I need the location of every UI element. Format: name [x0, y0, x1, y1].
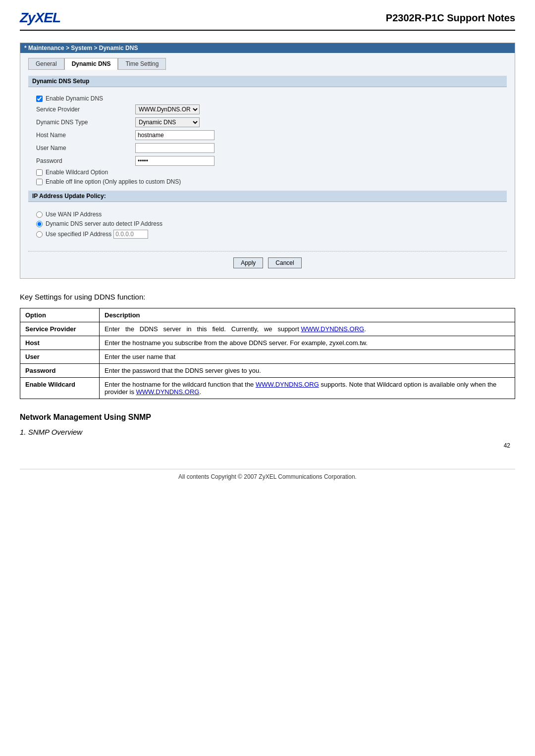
dns-type-label: Dynamic DNS Type [36, 119, 135, 126]
specified-ip-label: Use specified IP Address [46, 231, 111, 238]
tab-time-setting[interactable]: Time Setting [118, 58, 166, 70]
dns-type-row: Dynamic DNS Type Dynamic DNS [36, 117, 499, 127]
host-name-label: Host Name [36, 132, 135, 139]
col-option-header: Option [20, 308, 100, 322]
tab-general[interactable]: General [28, 58, 64, 70]
service-provider-row: Service Provider WWW.DynDNS.ORG [36, 104, 499, 114]
table-row: User Enter the user name that [20, 350, 515, 364]
option-service-provider: Service Provider [20, 322, 100, 336]
enable-dynamic-dns-checkbox[interactable] [36, 96, 43, 102]
button-row: Apply Cancel [28, 251, 507, 270]
table-row: Host Enter the hostname you subscribe fr… [20, 336, 515, 350]
specified-ip-radio[interactable] [36, 231, 43, 238]
tab-bar: General Dynamic DNS Time Setting [28, 58, 507, 70]
service-provider-label: Service Provider [36, 106, 135, 113]
specified-ip-input[interactable] [113, 230, 148, 239]
ui-panel: * Maintenance > System > Dynamic DNS Gen… [20, 43, 515, 279]
enable-dynamic-dns-row: Enable Dynamic DNS [36, 95, 499, 102]
key-settings-text: Key Settings for using DDNS function: [20, 293, 515, 301]
enable-dynamic-dns-label: Enable Dynamic DNS [46, 95, 103, 102]
password-row: Password [36, 156, 499, 166]
specified-ip-row: Use specified IP Address [36, 230, 499, 239]
dyndns-link-1[interactable]: WWW.DYNDNS.ORG [301, 325, 364, 333]
auto-detect-label: Dynamic DNS server auto detect IP Addres… [46, 220, 162, 227]
desc-user: Enter the user name that [100, 350, 515, 364]
option-wildcard: Enable Wildcard [20, 378, 100, 399]
tab-dynamic-dns[interactable]: Dynamic DNS [64, 58, 118, 70]
auto-detect-row: Dynamic DNS server auto detect IP Addres… [36, 220, 499, 227]
dynamic-dns-section-header: Dynamic DNS Setup [28, 76, 507, 87]
network-management-heading: Network Management Using SNMP [20, 413, 515, 422]
table-row: Service Provider Enter the DDNS server i… [20, 322, 515, 336]
service-provider-select[interactable]: WWW.DynDNS.ORG [135, 104, 200, 114]
option-password: Password [20, 364, 100, 378]
col-description-header: Description [100, 308, 515, 322]
dns-type-select[interactable]: Dynamic DNS [135, 117, 200, 127]
offline-checkbox[interactable] [36, 179, 43, 185]
user-name-input[interactable] [135, 143, 214, 153]
offline-row: Enable off line option (Only applies to … [36, 178, 499, 185]
snmp-overview-heading: 1. SNMP Overview [20, 428, 515, 436]
wildcard-row: Enable Wildcard Option [36, 169, 499, 176]
wildcard-label: Enable Wildcard Option [46, 169, 108, 176]
apply-button[interactable]: Apply [233, 257, 263, 268]
option-host: Host [20, 336, 100, 350]
ip-section: Use WAN IP Address Dynamic DNS server au… [28, 207, 507, 245]
host-name-input[interactable] [135, 130, 214, 140]
password-input[interactable] [135, 156, 214, 166]
zyxel-logo: ZyXEL [20, 10, 60, 26]
page-number: 42 [20, 442, 515, 449]
document-title: P2302R-P1C Support Notes [386, 12, 515, 24]
host-name-row: Host Name [36, 130, 499, 140]
options-table: Option Description Service Provider Ente… [20, 308, 515, 399]
desc-host: Enter the hostname you subscribe from th… [100, 336, 515, 350]
page-header: ZyXEL P2302R-P1C Support Notes [20, 10, 515, 31]
user-name-label: User Name [36, 145, 135, 151]
user-name-row: User Name [36, 143, 499, 153]
desc-service-provider: Enter the DDNS server in this field. Cur… [100, 322, 515, 336]
table-row: Password Enter the password that the DDN… [20, 364, 515, 378]
option-user: User [20, 350, 100, 364]
table-row: Enable Wildcard Enter the hostname for t… [20, 378, 515, 399]
breadcrumb: * Maintenance > System > Dynamic DNS [20, 43, 515, 53]
desc-password: Enter the password that the DDNS server … [100, 364, 515, 378]
wan-ip-label: Use WAN IP Address [46, 211, 102, 218]
panel-content: General Dynamic DNS Time Setting Dynamic… [20, 53, 515, 278]
offline-label: Enable off line option (Only applies to … [46, 178, 181, 185]
ip-section-header: IP Address Update Policy: [28, 191, 507, 202]
wan-ip-radio[interactable] [36, 211, 43, 218]
dynamic-dns-form: Enable Dynamic DNS Service Provider WWW.… [28, 92, 507, 191]
cancel-button[interactable]: Cancel [268, 257, 301, 268]
auto-detect-radio[interactable] [36, 221, 43, 227]
wildcard-checkbox[interactable] [36, 169, 43, 176]
footer-copyright: All contents Copyright © 2007 ZyXEL Comm… [20, 469, 515, 480]
desc-wildcard: Enter the hostname for the wildcard func… [100, 378, 515, 399]
wan-ip-row: Use WAN IP Address [36, 211, 499, 218]
password-label: Password [36, 157, 135, 164]
dyndns-link-2[interactable]: WWW.DYNDNS.ORG [256, 381, 319, 388]
dyndns-link-3[interactable]: WWW.DYNDNS.ORG [136, 388, 200, 396]
